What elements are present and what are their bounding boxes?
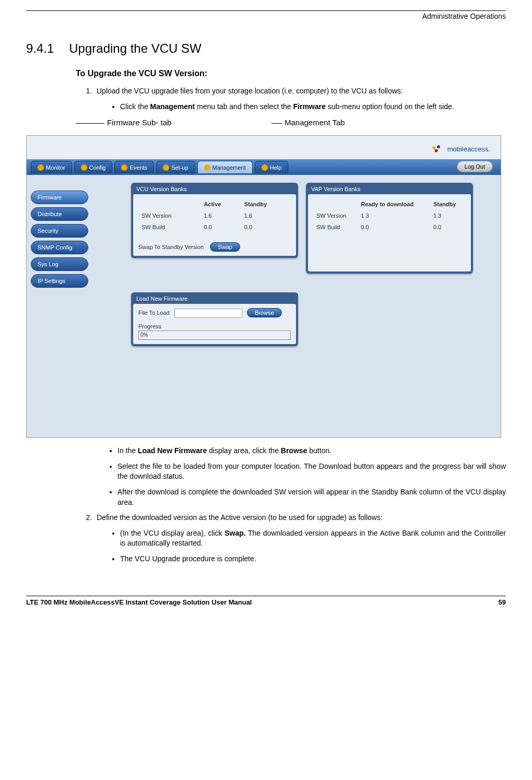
- callout-row: Firmware Sub- tab Management Tab: [76, 118, 506, 133]
- tab-help[interactable]: Help: [255, 161, 289, 173]
- step-2b: The VCU Upgrade procedure is complete.: [120, 554, 506, 564]
- tab-setup[interactable]: Set-up: [156, 161, 195, 173]
- events-icon: [121, 164, 127, 171]
- management-icon: [204, 164, 210, 171]
- procedure-list-2: Define the downloaded version as the Act…: [94, 513, 506, 564]
- sidebar-item-snmp[interactable]: SNMP Config: [31, 241, 88, 254]
- monitor-icon: [38, 164, 44, 171]
- section-title: Upgrading the VCU SW: [69, 41, 201, 56]
- step-1b: In the Load New Firmware display area, c…: [117, 446, 506, 456]
- sidebar-item-firmware[interactable]: Firmware: [31, 191, 88, 204]
- vap-table: Ready to downloadStandby SW Version1.31.…: [313, 198, 466, 233]
- sidebar: Firmware Distribute Security SNMP Config…: [31, 191, 88, 291]
- help-icon: [262, 164, 268, 171]
- callout-management: Management Tab: [285, 118, 345, 127]
- logout-button[interactable]: Log Out: [457, 161, 493, 172]
- file-input[interactable]: [174, 309, 242, 318]
- step-1-continued: In the Load New Firmware display area, c…: [117, 446, 506, 507]
- vcu-panel: VCU Version Banks ActiveStandby SW Versi…: [131, 183, 298, 258]
- tab-config[interactable]: Config: [74, 161, 113, 173]
- callout-firmware: Firmware Sub- tab: [107, 118, 171, 127]
- step-1: Upload the VCU upgrade files from your s…: [94, 86, 506, 112]
- footer-title: LTE 700 MHz MobileAccessVE Instant Cover…: [26, 598, 252, 606]
- browse-button[interactable]: Browse: [247, 308, 282, 317]
- step-2-text: Define the downloaded version as the Act…: [97, 513, 383, 522]
- vap-panel-title: VAP Version Banks: [308, 185, 471, 194]
- firmware-screenshot: mobileaccess. Monitor Config Events Set-…: [26, 135, 501, 438]
- main-tab-bar: Monitor Config Events Set-up Management …: [27, 159, 501, 175]
- progress-label: Progress: [138, 323, 291, 329]
- swap-label: Swap To Standby Version: [138, 244, 204, 250]
- callout-line-left: [76, 123, 104, 124]
- step-1c: Select the file to be loaded from your c…: [117, 462, 506, 482]
- vap-panel: VAP Version Banks Ready to downloadStand…: [306, 183, 473, 274]
- file-to-load-label: File To Load: [138, 310, 170, 316]
- step-2: Define the downloaded version as the Act…: [94, 513, 506, 564]
- tab-management[interactable]: Management: [197, 161, 253, 173]
- callout-line-right: [271, 123, 282, 124]
- header-category: Administrative Operations: [26, 12, 506, 20]
- tab-monitor[interactable]: Monitor: [31, 161, 72, 173]
- load-panel-title: Load New Firmware: [133, 294, 296, 304]
- content-area: Firmware Distribute Security SNMP Config…: [27, 175, 501, 438]
- sidebar-item-security[interactable]: Security: [31, 224, 88, 238]
- step-1-text: Upload the VCU upgrade files from your s…: [97, 87, 403, 95]
- step-1d: After the download is complete the downl…: [117, 487, 506, 507]
- load-panel: Load New Firmware File To Load Browse Pr…: [131, 292, 298, 346]
- brand-logo: mobileaccess.: [430, 141, 490, 157]
- sidebar-item-ip[interactable]: IP Settings: [31, 274, 88, 288]
- sidebar-item-syslog[interactable]: Sys Log: [31, 257, 88, 271]
- setup-icon: [163, 164, 169, 171]
- section-heading: 9.4.1 Upgrading the VCU SW: [26, 41, 506, 56]
- swap-button[interactable]: Swap: [210, 242, 240, 252]
- config-icon: [81, 164, 87, 171]
- step-2a: (In the VCU display area), click Swap. T…: [120, 528, 506, 549]
- tab-events[interactable]: Events: [114, 161, 154, 173]
- procedure-title: To Upgrade the VCU SW Version:: [76, 69, 506, 78]
- vcu-table: ActiveStandby SW Version1.61.6 SW Build0…: [138, 198, 291, 233]
- page-footer: LTE 700 MHz MobileAccessVE Instant Cover…: [26, 596, 506, 606]
- progress-bar: 0%: [138, 330, 291, 340]
- page-number: 59: [499, 598, 506, 606]
- header-rule: [26, 10, 506, 11]
- step-1a: Click the Management menu tab and then s…: [120, 102, 506, 112]
- sidebar-item-distribute[interactable]: Distribute: [31, 207, 88, 221]
- vcu-panel-title: VCU Version Banks: [133, 185, 296, 194]
- section-number: 9.4.1: [26, 41, 54, 56]
- procedure-list: Upload the VCU upgrade files from your s…: [94, 86, 506, 112]
